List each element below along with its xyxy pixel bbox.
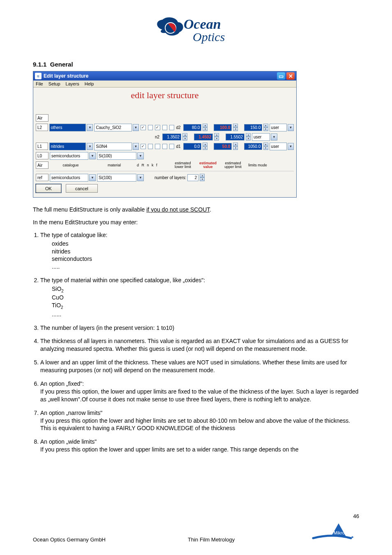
dropdown-arrow-icon[interactable]: ▼	[89, 174, 96, 181]
dropdown-arrow-icon[interactable]: ▼	[271, 134, 277, 140]
list-item: An option „wide limits" If you press thi…	[40, 438, 359, 454]
dropdown-arrow-icon[interactable]: ▼	[87, 124, 93, 131]
flag-f-checkbox[interactable]	[169, 125, 174, 130]
col-header: estimated lower limit	[171, 161, 195, 169]
dropdown-arrow-icon[interactable]: ▼	[137, 152, 144, 159]
menu-file[interactable]: File	[36, 81, 43, 86]
spinner[interactable]: ▴▾	[233, 143, 238, 150]
menu-layers[interactable]: Layers	[66, 81, 79, 86]
layer-row-L0: L0 semiconductors▼ Si(100)▼	[36, 152, 294, 160]
list-item: The thickness of all layers in nanometer…	[40, 337, 359, 353]
flag-d-checkbox[interactable]: ✓	[141, 125, 145, 130]
close-button[interactable]: ✕	[286, 72, 295, 80]
layer-air-top: Air	[36, 114, 48, 122]
value-input[interactable]: 50.0	[214, 143, 232, 150]
brand-logo: Ocean Optics	[33, 12, 359, 51]
dropdown-arrow-icon[interactable]: ▼	[133, 124, 139, 131]
spinner[interactable]: ▴▾	[182, 133, 187, 140]
lower-limit-input[interactable]: 0.0	[183, 143, 201, 150]
dropdown-arrow-icon[interactable]: ▼	[137, 174, 144, 181]
catalogue-select[interactable]: semiconductors	[50, 152, 88, 160]
mikropack-logo: Mikropack ▸	[310, 521, 359, 543]
menu-setup[interactable]: Setup	[48, 81, 60, 86]
svg-text:▸: ▸	[352, 534, 354, 539]
document-page: { "logo": { "brand_line1": "Ocean", "bra…	[0, 0, 392, 555]
material-select[interactable]: Si(100)	[97, 174, 136, 182]
numbered-list: The type of catalogue like: oxides nitri…	[33, 231, 359, 454]
limits-mode-select[interactable]: user	[270, 143, 287, 150]
edit-layer-window: ≈ Edit layer structure ▭ ✕ File Setup La…	[33, 71, 297, 198]
layer-label: L1	[36, 143, 48, 150]
flag-R-checkbox[interactable]	[148, 144, 153, 149]
svg-text:Ocean: Ocean	[184, 16, 221, 32]
limits-mode-select[interactable]: user	[270, 124, 287, 131]
value-input[interactable]: 1.4502	[194, 134, 213, 140]
section-heading: 9.1.1 General	[33, 61, 359, 68]
maximize-button[interactable]: ▭	[277, 72, 285, 80]
col-header: estimated upper limit	[221, 161, 245, 169]
layer-label: L0	[36, 152, 48, 159]
menu-help[interactable]: Help	[85, 81, 94, 86]
param-label: n2	[155, 135, 161, 139]
dropdown-arrow-icon[interactable]: ▼	[288, 143, 294, 150]
col-header: material	[93, 163, 136, 167]
list-item: The type of catalogue like: oxides nitri…	[40, 231, 359, 271]
num-layers-input[interactable]: 2	[187, 174, 198, 181]
material-select[interactable]: Si3N4	[94, 143, 131, 150]
spinner[interactable]: ▴▾	[203, 143, 207, 150]
page-footer: 46 Ocean Optics Germany GmbH Thin Film M…	[33, 513, 359, 543]
spinner[interactable]: ▴▾	[214, 133, 219, 140]
page-number: 46	[33, 513, 359, 519]
flag-n-checkbox[interactable]: ✓	[155, 125, 160, 130]
list-item: A lower and an upper limit of the thickn…	[40, 359, 359, 374]
ref-row: ref semiconductors▼ Si(100)▼ number of l…	[36, 171, 294, 182]
flag-R-checkbox[interactable]	[148, 125, 153, 130]
dropdown-arrow-icon[interactable]: ▼	[288, 124, 294, 131]
flag-n-checkbox[interactable]	[155, 144, 160, 149]
lower-limit-input[interactable]: 80.0	[183, 124, 201, 131]
upper-limit-input[interactable]: 1.5502	[226, 134, 244, 140]
cancel-button[interactable]: cancel	[66, 184, 98, 193]
col-header: d R n k f	[137, 163, 170, 167]
dropdown-arrow-icon[interactable]: ▼	[133, 143, 139, 150]
flag-k-checkbox[interactable]	[162, 144, 167, 149]
flag-f-checkbox[interactable]	[169, 144, 174, 149]
catalogue-select[interactable]: nitrides	[49, 143, 86, 150]
spinner[interactable]: ▴▾	[246, 133, 251, 140]
material-select[interactable]: Si(100)	[97, 152, 136, 160]
value-input[interactable]: 100.0	[214, 124, 232, 131]
layer-label: L2	[36, 124, 48, 131]
layer-air-bottom: Air	[36, 161, 48, 169]
dropdown-arrow-icon[interactable]: ▼	[89, 152, 96, 159]
limits-mode-select[interactable]: user	[252, 133, 270, 141]
app-icon: ≈	[35, 73, 42, 79]
param-label: d2	[176, 125, 182, 130]
catalogue-select[interactable]: others	[49, 124, 86, 131]
lower-limit-input[interactable]: 1.3502	[162, 134, 181, 140]
footer-title: Thin Film Metrology	[155, 537, 310, 543]
footer-company: Ocean Optics Germany GmbH	[33, 537, 155, 543]
upper-limit-input[interactable]: 150.0	[244, 124, 262, 131]
window-titlebar[interactable]: ≈ Edit layer structure ▭ ✕	[33, 71, 296, 81]
spinner[interactable]: ▴▾	[203, 124, 207, 131]
spinner[interactable]: ▴▾	[233, 124, 238, 131]
list-item: The number of layers (in the present ver…	[40, 324, 359, 332]
dropdown-arrow-icon[interactable]: ▼	[87, 143, 93, 150]
upper-limit-input[interactable]: 1050.0	[244, 143, 262, 150]
spinner[interactable]: ▴▾	[200, 174, 205, 181]
spinner[interactable]: ▴▾	[263, 143, 268, 150]
paragraph: In the menu EditStructure you may enter:	[33, 219, 359, 226]
list-item: An option „narrow limits" If you press t…	[40, 409, 359, 433]
num-layers-label: number of layers:	[154, 175, 186, 180]
flag-d-checkbox[interactable]: ✓	[141, 144, 145, 149]
ok-button[interactable]: OK	[36, 184, 61, 193]
spinner[interactable]: ▴▾	[263, 124, 268, 131]
catalogue-select[interactable]: semiconductors	[50, 174, 88, 182]
material-select[interactable]: Cauchy_SiO2	[94, 124, 131, 131]
layer-panel: Air L2 others▼ Cauchy_SiO2▼ ✓ ✓ d2 80.0 …	[33, 112, 296, 197]
col-header: estimated value	[196, 161, 220, 169]
flag-k-checkbox[interactable]	[162, 125, 167, 130]
layer-row-L1: L1 nitrides▼ Si3N4▼ ✓ d1 0.0 ▴▾ 50.0 ▴▾ …	[36, 142, 294, 150]
layer-row-L2-n2: n2 1.3502 ▴▾ 1.4502 ▴▾ 1.5502 ▴▾ user▼	[36, 133, 294, 141]
col-header: limits mode	[246, 163, 269, 167]
